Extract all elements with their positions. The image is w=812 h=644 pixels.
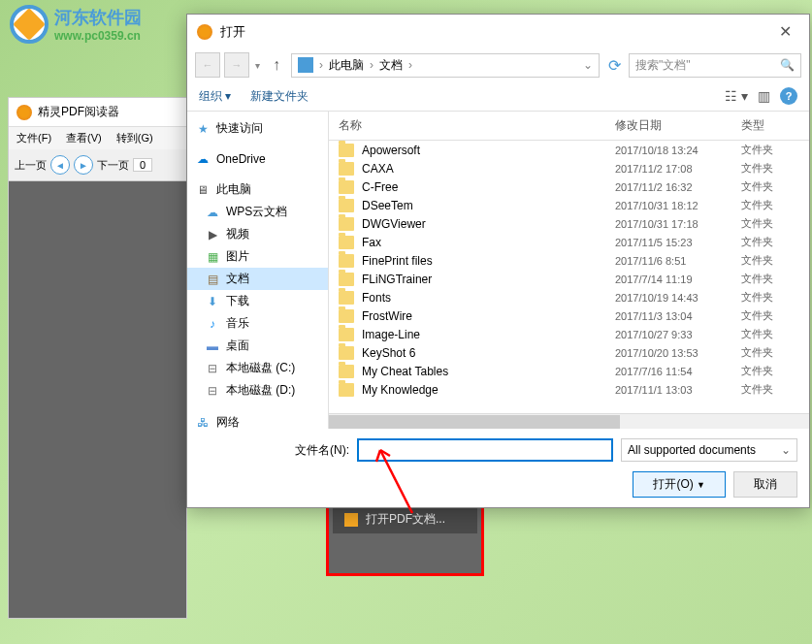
column-type[interactable]: 类型 [741, 117, 799, 134]
download-icon: ⬇ [205, 295, 220, 308]
folder-icon [339, 144, 354, 157]
open-pdf-button[interactable]: 打开PDF文档... [333, 505, 477, 533]
logo-watermark: 河东软件园 www.pc0359.cn [10, 5, 142, 44]
dialog-toolbar: 组织 ▾ 新建文件夹 ☷ ▾ ▥ ? [187, 81, 809, 112]
file-date: 2017/11/1 13:03 [615, 384, 741, 396]
file-row[interactable]: Fonts2017/10/19 14:43文件夹 [329, 288, 809, 306]
folder-icon [339, 254, 354, 268]
help-button[interactable]: ? [780, 87, 797, 105]
wps-icon: ☁ [205, 206, 220, 219]
file-date: 2017/10/19 14:43 [615, 292, 741, 304]
breadcrumb-dropdown-icon[interactable]: ⌄ [583, 58, 593, 72]
sidebar-item-video[interactable]: ▶视频 [187, 223, 328, 245]
document-icon: ▤ [205, 273, 220, 286]
sidebar-item-docs[interactable]: ▤文档 [187, 268, 328, 290]
sidebar-item-wps[interactable]: ☁WPS云文档 [187, 201, 328, 223]
prev-page-button[interactable]: ◄ [50, 155, 70, 175]
file-type: 文件夹 [741, 235, 799, 249]
organize-button[interactable]: 组织 ▾ [199, 88, 231, 105]
prev-page-label: 上一页 [15, 158, 47, 173]
folder-icon [339, 328, 354, 341]
file-row[interactable]: Fax2017/11/5 15:23文件夹 [329, 233, 809, 251]
sidebar-item-diskd[interactable]: ⊟本地磁盘 (D:) [187, 379, 328, 402]
sidebar-item-music[interactable]: ♪音乐 [187, 312, 328, 335]
search-input[interactable]: 搜索"文档" 🔍 [629, 53, 801, 78]
column-date[interactable]: 修改日期 [615, 117, 741, 134]
breadcrumb-bar[interactable]: › 此电脑 › 文档 › ⌄ [291, 53, 600, 78]
pdf-reader-menubar[interactable]: 文件(F) 查看(V) 转到(G) [9, 127, 186, 149]
file-name: DSeeTem [362, 199, 413, 212]
folder-icon [339, 346, 354, 360]
file-type: 文件夹 [741, 290, 799, 305]
file-date: 2017/11/3 13:04 [615, 310, 741, 322]
file-row[interactable]: DSeeTem2017/10/31 18:12文件夹 [329, 196, 809, 214]
forward-button[interactable]: → [224, 52, 249, 78]
file-row[interactable]: FLiNGTrainer2017/7/14 11:19文件夹 [329, 270, 809, 288]
filename-input[interactable] [357, 438, 613, 462]
folder-icon [339, 236, 354, 249]
sidebar-item-onedrive[interactable]: ☁OneDrive [187, 149, 328, 169]
close-button[interactable]: ✕ [771, 22, 799, 41]
search-icon: 🔍 [780, 58, 795, 72]
page-input[interactable] [133, 158, 152, 172]
file-name: Image-Line [362, 328, 420, 341]
picture-icon: ▦ [205, 250, 220, 264]
preview-pane-button[interactable]: ▥ [758, 88, 770, 104]
new-folder-button[interactable]: 新建文件夹 [250, 88, 309, 105]
file-row[interactable]: C-Free2017/11/2 16:32文件夹 [329, 177, 809, 196]
file-row[interactable]: KeyShot 62017/10/20 13:53文件夹 [329, 343, 809, 362]
next-page-button[interactable]: ► [74, 155, 93, 175]
breadcrumb-pc[interactable]: 此电脑 [329, 57, 364, 74]
sidebar-item-down[interactable]: ⬇下载 [187, 290, 328, 312]
file-type: 文件夹 [741, 253, 799, 268]
file-name: Fax [362, 236, 381, 249]
breadcrumb-docs[interactable]: 文档 [379, 57, 403, 74]
sidebar-item-diskc[interactable]: ⊟本地磁盘 (C:) [187, 357, 328, 379]
file-row[interactable]: CAXA2017/11/2 17:08文件夹 [329, 159, 809, 177]
up-button[interactable]: ↑ [266, 54, 287, 76]
file-list[interactable]: Apowersoft2017/10/18 13:24文件夹CAXA2017/11… [329, 141, 809, 413]
file-date: 2017/11/6 8:51 [615, 255, 741, 267]
file-date: 2017/10/27 9:33 [615, 329, 741, 340]
menu-view[interactable]: 查看(V) [66, 132, 102, 144]
file-row[interactable]: Apowersoft2017/10/18 13:24文件夹 [329, 141, 809, 159]
file-row[interactable]: FrostWire2017/11/3 13:04文件夹 [329, 306, 809, 325]
sidebar-item-pc[interactable]: 🖥此电脑 [187, 178, 328, 201]
menu-goto[interactable]: 转到(G) [116, 132, 153, 144]
sidebar-item-desktop[interactable]: ▬桌面 [187, 335, 328, 357]
refresh-button[interactable]: ⟳ [603, 54, 625, 76]
filetype-select[interactable]: All supported documents ⌄ [621, 438, 797, 462]
file-type: 文件夹 [741, 179, 799, 194]
file-date: 2017/10/20 13:53 [615, 347, 741, 359]
file-name: FrostWire [362, 309, 412, 323]
chevron-down-icon: ⌄ [781, 443, 791, 457]
open-file-dialog: 打开 ✕ ← → ▾ ↑ › 此电脑 › 文档 › ⌄ ⟳ 搜索"文档" 🔍 组… [186, 14, 810, 508]
sidebar-item-quick[interactable]: ★快速访问 [187, 117, 328, 140]
next-page-label: 下一页 [97, 158, 129, 173]
pc-icon: 🖥 [195, 183, 211, 197]
file-row[interactable]: Image-Line2017/10/27 9:33文件夹 [329, 325, 809, 343]
sidebar-item-network[interactable]: 🖧网络 [187, 411, 328, 429]
back-button[interactable]: ← [195, 52, 220, 78]
file-row[interactable]: My Knowledge2017/11/1 13:03文件夹 [329, 380, 809, 399]
cancel-button[interactable]: 取消 [733, 471, 797, 498]
scrollbar-thumb[interactable] [329, 415, 620, 429]
menu-file[interactable]: 文件(F) [16, 132, 51, 144]
view-mode-button[interactable]: ☷ ▾ [725, 88, 748, 104]
file-list-area: 名称 修改日期 类型 Apowersoft2017/10/18 13:24文件夹… [328, 112, 809, 429]
horizontal-scrollbar[interactable] [329, 413, 809, 429]
music-icon: ♪ [205, 317, 220, 331]
pdf-reader-toolbar: 上一页 ◄ ► 下一页 [9, 149, 186, 181]
column-name[interactable]: 名称 [339, 117, 615, 134]
file-row[interactable]: FinePrint files2017/11/6 8:51文件夹 [329, 251, 809, 270]
history-dropdown-icon[interactable]: ▾ [255, 60, 260, 71]
file-row[interactable]: DWGViewer2017/10/31 17:18文件夹 [329, 214, 809, 233]
filename-label: 文件名(N): [291, 442, 349, 459]
file-row[interactable]: My Cheat Tables2017/7/16 11:54文件夹 [329, 362, 809, 380]
open-button[interactable]: 打开(O) ▼ [633, 471, 726, 498]
file-name: FinePrint files [362, 254, 433, 268]
file-name: My Cheat Tables [362, 365, 448, 378]
sidebar-item-pics[interactable]: ▦图片 [187, 245, 328, 268]
file-type: 文件夹 [741, 198, 799, 212]
pdf-reader-title: 精灵PDF阅读器 [38, 104, 119, 120]
